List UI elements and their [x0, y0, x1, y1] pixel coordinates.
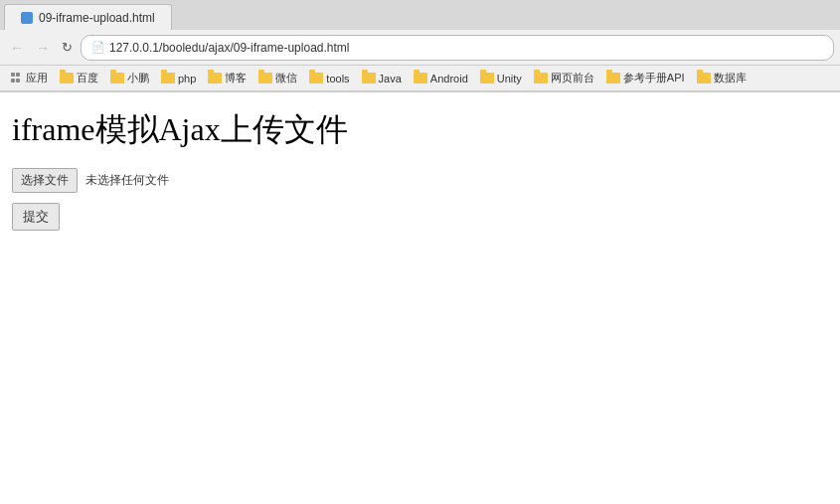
bookmark-weixin-label: 微信: [275, 71, 297, 85]
forward-button[interactable]: →: [32, 39, 54, 57]
bookmark-webfront[interactable]: 网页前台: [529, 69, 599, 87]
submit-button[interactable]: 提交: [12, 203, 60, 231]
bookmark-unity[interactable]: Unity: [475, 71, 527, 86]
bookmark-baidu[interactable]: 百度: [55, 69, 103, 87]
bookmark-java-label: Java: [379, 73, 402, 84]
bookmark-php[interactable]: php: [156, 71, 201, 86]
bookmark-boke[interactable]: 博客: [203, 69, 252, 87]
bookmark-weixin[interactable]: 微信: [253, 69, 302, 87]
folder-icon-xiaoneng: [110, 73, 124, 84]
bookmark-baidu-label: 百度: [77, 71, 98, 85]
bookmark-apps[interactable]: 应用: [6, 69, 53, 87]
bookmark-boke-label: 博客: [225, 71, 247, 85]
bookmark-php-label: php: [178, 73, 196, 84]
folder-icon-java: [362, 73, 376, 84]
nav-bar: ← → ↻ 📄: [0, 30, 840, 66]
tab-favicon: [21, 12, 33, 24]
bookmark-tools[interactable]: tools: [304, 71, 354, 86]
file-upload-row: 选择文件 未选择任何文件: [12, 168, 828, 193]
browser-tab[interactable]: 09-iframe-upload.html: [4, 4, 172, 30]
bookmark-refapi-label: 参考手册API: [623, 71, 685, 85]
folder-icon-webfront: [534, 73, 548, 84]
browser-chrome: 09-iframe-upload.html ← → ↻ 📄 应用 百度 小鹏: [0, 0, 840, 92]
tab-bar: 09-iframe-upload.html: [0, 0, 840, 30]
folder-icon-php: [161, 73, 175, 84]
page-title: iframe模拟Ajax上传文件: [12, 108, 828, 152]
back-button[interactable]: ←: [6, 39, 28, 57]
bookmarks-bar: 应用 百度 小鹏 php 博客 微信 tools: [0, 66, 840, 91]
page-content: iframe模拟Ajax上传文件 选择文件 未选择任何文件 提交: [0, 92, 840, 504]
folder-icon-boke: [208, 73, 222, 84]
bookmark-xiaoneng[interactable]: 小鹏: [105, 69, 154, 87]
bookmark-android[interactable]: Android: [409, 71, 473, 86]
folder-icon-tools: [309, 73, 323, 84]
bookmark-database-label: 数据库: [714, 71, 747, 85]
folder-icon-baidu: [60, 73, 74, 84]
address-input[interactable]: [109, 41, 823, 55]
bookmark-webfront-label: 网页前台: [551, 71, 594, 85]
page-icon: 📄: [91, 41, 105, 54]
folder-icon-refapi: [606, 73, 620, 84]
folder-icon-unity: [480, 73, 494, 84]
file-choose-button[interactable]: 选择文件: [12, 168, 78, 193]
reload-button[interactable]: ↻: [58, 39, 77, 56]
bookmark-tools-label: tools: [326, 73, 349, 84]
address-bar-container: 📄: [81, 35, 834, 61]
tab-label: 09-iframe-upload.html: [39, 11, 155, 25]
folder-icon-database: [697, 73, 711, 84]
file-no-selected-label: 未选择任何文件: [85, 172, 169, 189]
bookmark-xiaoneng-label: 小鹏: [127, 71, 149, 85]
folder-icon-weixin: [258, 73, 272, 84]
folder-icon-android: [414, 73, 427, 84]
bookmark-apps-label: 应用: [26, 71, 48, 85]
bookmark-unity-label: Unity: [497, 73, 522, 84]
bookmark-refapi[interactable]: 参考手册API: [601, 69, 690, 87]
bookmark-android-label: Android: [430, 73, 468, 84]
bookmark-database[interactable]: 数据库: [692, 69, 752, 87]
apps-icon: [11, 73, 23, 84]
bookmark-java[interactable]: Java: [357, 71, 407, 86]
